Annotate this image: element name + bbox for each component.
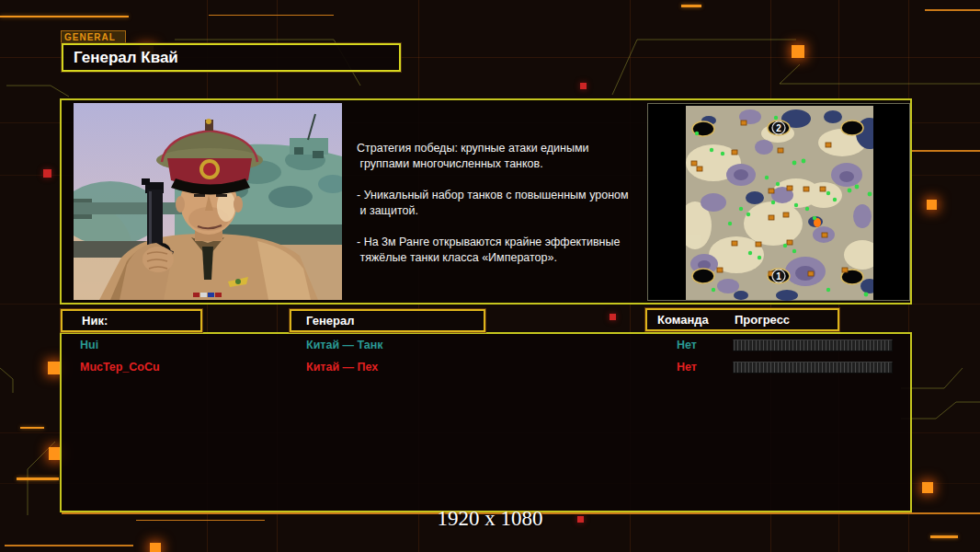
minimap-image: 2 1	[686, 105, 873, 301]
player-general: Китай — Танк	[306, 339, 383, 351]
player-team: Нет	[677, 361, 697, 374]
accent-line	[5, 545, 133, 546]
glow-square	[150, 543, 161, 552]
accent-line	[209, 15, 334, 16]
player-row[interactable]: Hui Китай — Танк Нет	[62, 337, 908, 357]
accent-dash	[681, 5, 701, 7]
progress-header-label: Прогресс	[735, 310, 790, 329]
start-marker-1: 1	[776, 271, 781, 282]
player-progress-bar	[733, 362, 893, 374]
column-header-team-progress: Команда Прогресс	[645, 308, 839, 331]
accent-line	[910, 150, 980, 152]
general-title: Генерал Квай	[74, 49, 178, 66]
game-lobby-screen: GENERAL Генерал Квай	[0, 0, 980, 552]
general-header-label: Генерал	[306, 314, 354, 328]
column-header-nick: Ник:	[61, 309, 202, 332]
player-nick: Hui	[80, 339, 98, 351]
general-tab-label: GENERAL	[61, 30, 126, 44]
glow-square	[792, 45, 804, 58]
nick-header-label: Ник:	[82, 314, 108, 328]
player-nick: MucTep_CoCu	[80, 361, 160, 374]
players-list-panel: Hui Китай — Танк Нет MucTep_CoCu Китай —…	[60, 332, 912, 512]
general-title-box: Генерал Квай	[62, 43, 401, 72]
player-row[interactable]: MucTep_CoCu Китай — Пех Нет	[62, 359, 908, 379]
start-marker-2: 2	[776, 123, 781, 133]
player-progress-bar	[733, 339, 893, 351]
general-portrait-image	[74, 103, 342, 300]
accent-dash	[930, 535, 958, 538]
glow-square	[922, 482, 933, 493]
column-header-general: Генерал	[290, 309, 485, 332]
resolution-label: 1920 x 1080	[0, 507, 980, 531]
accent-dash	[20, 427, 44, 429]
player-general: Китай — Пех	[306, 361, 378, 374]
accent-line	[0, 16, 129, 17]
red-square	[580, 83, 587, 89]
general-description: Стратегия победы: крупные атаки едиными …	[357, 141, 660, 266]
team-header-label: Команда	[657, 313, 709, 327]
red-square	[610, 314, 616, 320]
minimap-panel: 2 1	[647, 103, 910, 301]
accent-line	[925, 9, 980, 11]
general-info-panel: Стратегия победы: крупные атаки едиными …	[60, 98, 912, 305]
player-team: Нет	[677, 339, 697, 351]
glow-square	[927, 200, 937, 210]
glow-square	[48, 362, 61, 374]
red-square	[43, 169, 51, 178]
general-portrait	[74, 103, 342, 300]
accent-dash	[17, 477, 59, 480]
